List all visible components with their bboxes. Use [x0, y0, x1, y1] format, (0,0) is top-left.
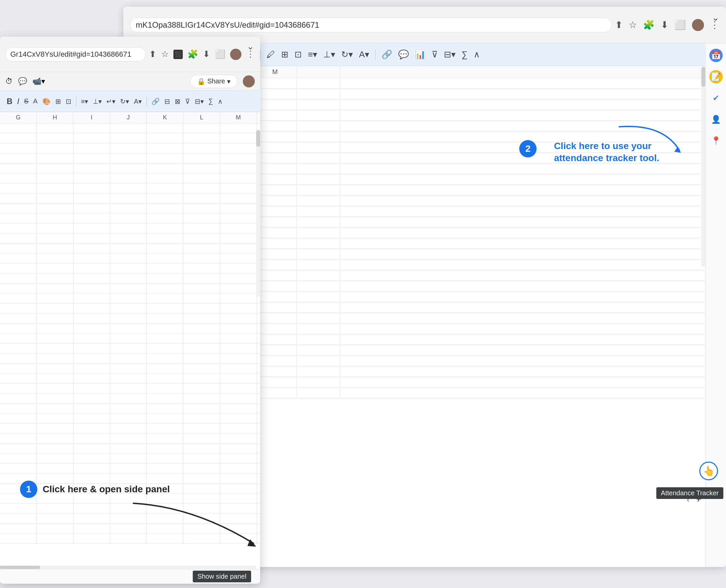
table-cell[interactable]: [0, 153, 37, 163]
table-cell[interactable]: [0, 424, 37, 434]
table-cell[interactable]: [147, 193, 184, 204]
table-cell[interactable]: [37, 284, 73, 294]
merge-back[interactable]: ⊡: [295, 49, 302, 60]
font-color-front[interactable]: A: [33, 98, 37, 105]
table-cell[interactable]: [110, 414, 147, 424]
table-cell[interactable]: [110, 193, 147, 204]
table-cell[interactable]: [0, 334, 37, 343]
table-cell[interactable]: [0, 374, 37, 383]
table-cell[interactable]: [37, 163, 73, 173]
table-cell[interactable]: [0, 414, 37, 424]
table-cell[interactable]: [73, 213, 110, 224]
table-cell[interactable]: [0, 314, 37, 323]
filter-front[interactable]: ⊽: [185, 98, 190, 105]
table-cell[interactable]: [147, 383, 184, 394]
table-cell[interactable]: [110, 264, 147, 273]
table-cell[interactable]: [73, 504, 110, 513]
table-cell[interactable]: [110, 354, 147, 363]
table-cell[interactable]: [110, 374, 147, 383]
table-cell[interactable]: [110, 464, 147, 474]
table-cell[interactable]: [37, 224, 73, 233]
table-cell[interactable]: [0, 394, 37, 403]
vertical-scrollbar-back[interactable]: [701, 67, 705, 267]
upload-icon[interactable]: ⬆: [615, 19, 623, 30]
avatar-front[interactable]: [230, 49, 241, 60]
table-cell[interactable]: [37, 173, 73, 184]
table-cell[interactable]: [0, 454, 37, 464]
table-cell[interactable]: [297, 323, 340, 334]
table-cell[interactable]: [297, 99, 340, 110]
table-cell[interactable]: [184, 354, 220, 363]
table-cell[interactable]: [220, 143, 257, 153]
table-cell[interactable]: [73, 264, 110, 273]
table-cell[interactable]: [297, 302, 340, 313]
table-cell[interactable]: [220, 424, 257, 434]
table-cell[interactable]: [110, 184, 147, 193]
wrap-front[interactable]: ↵▾: [106, 98, 115, 105]
table-cell[interactable]: [37, 143, 73, 153]
table-cell[interactable]: [220, 354, 257, 363]
table-cell[interactable]: [0, 264, 37, 273]
table-cell[interactable]: [0, 184, 37, 193]
function-back[interactable]: ∑: [462, 49, 468, 60]
italic-front[interactable]: I: [17, 97, 19, 106]
table-cell[interactable]: [0, 524, 37, 533]
table-cell[interactable]: [220, 464, 257, 474]
font-color-back[interactable]: A▾: [359, 49, 369, 60]
table-cell[interactable]: [184, 284, 220, 294]
table-cell[interactable]: [184, 363, 220, 374]
table-cell[interactable]: [110, 403, 147, 414]
table-cell[interactable]: [0, 464, 37, 474]
table-cell[interactable]: [73, 424, 110, 434]
table-row[interactable]: [0, 253, 260, 264]
table-cell[interactable]: [220, 394, 257, 403]
table-cell[interactable]: [147, 284, 184, 294]
contacts-sidebar-icon[interactable]: 👤: [709, 113, 723, 126]
table-cell[interactable]: [184, 233, 220, 244]
table-cell[interactable]: [184, 403, 220, 414]
table-cell[interactable]: [184, 484, 220, 493]
table-row[interactable]: [0, 213, 260, 224]
table-cell[interactable]: [220, 133, 257, 143]
table-cell[interactable]: [147, 184, 184, 193]
table-cell[interactable]: [147, 143, 184, 153]
table-cell[interactable]: [147, 224, 184, 233]
table-cell[interactable]: [147, 424, 184, 434]
table-cell[interactable]: [220, 374, 257, 383]
table-row[interactable]: [0, 434, 260, 444]
table-cell[interactable]: [37, 253, 73, 264]
table-cell[interactable]: [0, 343, 37, 354]
table-cell[interactable]: [0, 294, 37, 303]
table-row[interactable]: [0, 334, 260, 343]
col-g-front[interactable]: G: [0, 112, 37, 123]
table-cell[interactable]: [73, 354, 110, 363]
table-cell[interactable]: [184, 133, 220, 143]
rotate-back[interactable]: ↻▾: [341, 49, 353, 60]
table-cell[interactable]: [73, 224, 110, 233]
table-cell[interactable]: [220, 303, 257, 314]
table-row[interactable]: [0, 193, 260, 204]
table-cell[interactable]: [73, 123, 110, 133]
table-cell[interactable]: [220, 343, 257, 354]
table-cell[interactable]: [110, 253, 147, 264]
col-l-front[interactable]: L: [184, 112, 220, 123]
table-cell[interactable]: [73, 444, 110, 454]
table-row[interactable]: [0, 143, 260, 153]
table-cell[interactable]: [110, 163, 147, 173]
table-cell[interactable]: [297, 195, 340, 206]
table-cell[interactable]: [73, 533, 110, 544]
table-cell[interactable]: [220, 363, 257, 374]
table-cell[interactable]: [110, 294, 147, 303]
video-icon-front[interactable]: 📹▾: [33, 77, 45, 86]
align-back[interactable]: ≡▾: [308, 49, 317, 60]
fill-color-back[interactable]: 🖊: [266, 49, 275, 60]
table-cell[interactable]: [0, 284, 37, 294]
filter-back[interactable]: ⊽: [431, 49, 438, 60]
table-cell[interactable]: [184, 253, 220, 264]
ext-icon-front[interactable]: 🧩: [187, 49, 198, 59]
table-cell[interactable]: [220, 244, 257, 253]
table-cell[interactable]: [147, 354, 184, 363]
table-cell[interactable]: [37, 193, 73, 204]
table-cell[interactable]: [73, 204, 110, 213]
table-cell[interactable]: [147, 414, 184, 424]
